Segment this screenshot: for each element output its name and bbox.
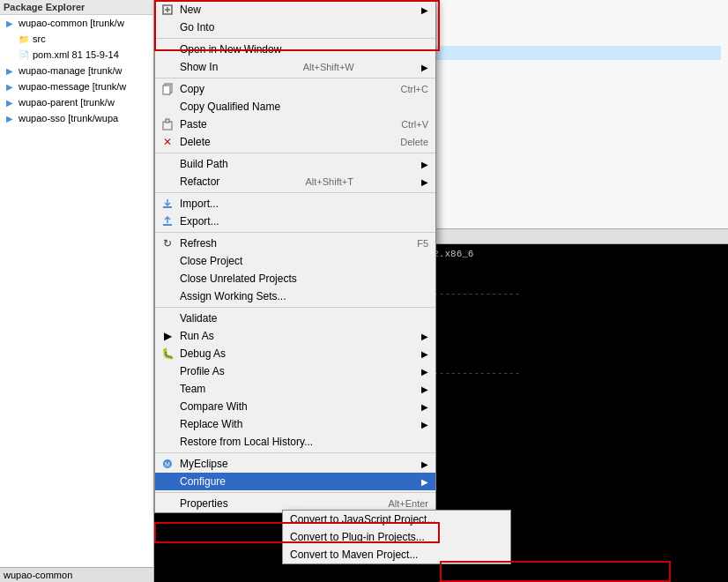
submenu-arrow-replace: ▶ — [421, 420, 428, 429]
submenu-item-convert-js-label: Convert to JavaScript Project... — [290, 513, 435, 526]
menu-item-delete-label: Delete — [180, 136, 211, 148]
myeclipse-icon: M — [159, 458, 176, 470]
menu-item-copy[interactable]: Copy Ctrl+C — [155, 80, 435, 98]
menu-item-run-as[interactable]: ▶ Run As ▶ — [155, 327, 435, 345]
project-icon-5: ▶ — [4, 112, 16, 124]
menu-item-go-into[interactable]: Go Into — [155, 19, 435, 36]
separator-3 — [155, 153, 435, 153]
menu-item-import-label: Import... — [180, 198, 219, 210]
bottom-project-label: wupao-common — [4, 570, 72, 580]
menu-item-compare-with-label: Compare With — [180, 400, 248, 413]
svg-rect-6 — [166, 119, 169, 123]
export-icon — [159, 215, 176, 228]
tree-item-message[interactable]: ▶ wupao-message [trunk/w — [0, 78, 153, 94]
submenu-item-convert-plugin[interactable]: Convert to Plug-in Projects... — [283, 528, 510, 546]
separator-4 — [155, 192, 435, 193]
menu-item-validate[interactable]: Validate — [155, 310, 435, 327]
menu-item-build-path[interactable]: Build Path ▶ — [155, 155, 435, 173]
shortcut-refresh: F5 — [399, 238, 428, 249]
svg-rect-8 — [163, 224, 172, 226]
menu-item-replace-with-label: Replace With — [180, 418, 242, 430]
menu-item-myeclipse[interactable]: M MyEclipse ▶ — [155, 455, 435, 473]
menu-item-replace-with[interactable]: Replace With ▶ — [155, 415, 435, 433]
tree-item-manage[interactable]: ▶ wupao-manage [trunk/w — [0, 63, 153, 78]
delete-icon: ✕ — [159, 136, 176, 148]
tree-item-sso[interactable]: ▶ wupao-sso [trunk/wupa — [0, 110, 153, 126]
menu-item-go-into-label: Go Into — [180, 21, 214, 34]
submenu-arrow-compare: ▶ — [421, 402, 428, 412]
tree-label: src — [33, 34, 46, 44]
shortcut-delete: Delete — [383, 137, 428, 147]
svg-rect-4 — [163, 86, 170, 94]
submenu-item-convert-js[interactable]: Convert to JavaScript Project... — [283, 511, 510, 528]
menu-item-paste[interactable]: Paste Ctrl+V — [155, 116, 435, 133]
menu-item-configure-label: Configure — [180, 475, 226, 488]
menu-item-team[interactable]: Team ▶ — [155, 380, 435, 398]
tree-label: wupao-parent [trunk/w — [19, 97, 115, 108]
menu-item-build-path-label: Build Path — [180, 158, 228, 170]
tree-item-pom[interactable]: 📄 pom.xml 81 15-9-14 — [0, 47, 153, 63]
refresh-icon: ↻ — [159, 237, 176, 250]
separator-7 — [155, 452, 435, 453]
menu-item-debug-as[interactable]: 🐛 Debug As ▶ — [155, 345, 435, 362]
menu-item-export[interactable]: Export... — [155, 213, 435, 230]
separator-5 — [155, 232, 435, 233]
separator-1 — [155, 38, 435, 39]
panel-title: Package Explorer — [0, 0, 153, 15]
menu-item-debug-as-label: Debug As — [180, 347, 226, 360]
submenu-arrow-build: ▶ — [421, 160, 428, 169]
shortcut-refactor: Alt+Shift+T — [287, 176, 353, 187]
shortcut-show-in: Alt+Shift+W — [286, 62, 354, 72]
menu-item-restore[interactable]: Restore from Local History... — [155, 433, 435, 451]
tree-label: wupao-common [trunk/w — [19, 18, 124, 28]
menu-item-show-in-label: Show In — [180, 61, 218, 73]
menu-item-delete[interactable]: ✕ Delete Delete — [155, 133, 435, 151]
menu-item-compare-with[interactable]: Compare With ▶ — [155, 398, 435, 415]
menu-item-myeclipse-label: MyEclipse — [180, 458, 228, 470]
separator-2 — [155, 78, 435, 78]
menu-item-import[interactable]: Import... — [155, 195, 435, 213]
menu-item-close-unrelated[interactable]: Close Unrelated Projects — [155, 270, 435, 287]
separator-6 — [155, 307, 435, 308]
project-icon-2: ▶ — [4, 64, 16, 77]
tree-item-wupao-common[interactable]: ▶ wupao-common [trunk/w — [0, 15, 153, 31]
tree-item-parent[interactable]: ▶ wupao-parent [trunk/w — [0, 94, 153, 110]
menu-item-profile-as[interactable]: Profile As ▶ — [155, 362, 435, 380]
menu-item-open-window[interactable]: Open in New Window — [155, 41, 435, 58]
submenu-item-convert-maven[interactable]: Convert to Maven Project... — [283, 546, 510, 563]
xml-icon: 📄 — [18, 48, 30, 61]
menu-item-refactor[interactable]: Refactor Alt+Shift+T ▶ — [155, 173, 435, 190]
ide-container: Package Explorer ▶ wupao-common [trunk/w… — [0, 0, 728, 582]
paste-icon — [159, 118, 176, 131]
menu-item-assign-working-label: Assign Working Sets... — [180, 290, 286, 302]
shortcut-paste: Ctrl+V — [383, 119, 428, 130]
svg-text:M: M — [165, 461, 170, 467]
menu-item-export-label: Export... — [180, 215, 219, 228]
copy-icon — [159, 83, 176, 95]
menu-item-close-project[interactable]: Close Project — [155, 252, 435, 270]
submenu-arrow-run: ▶ — [421, 332, 428, 341]
submenu-arrow-new: ▶ — [421, 5, 428, 15]
menu-item-profile-as-label: Profile As — [180, 365, 225, 377]
tree-item-src[interactable]: 📁 src — [0, 31, 153, 47]
menu-item-validate-label: Validate — [180, 312, 217, 325]
menu-item-restore-label: Restore from Local History... — [180, 436, 313, 448]
submenu-arrow-configure: ▶ — [421, 477, 428, 487]
menu-item-assign-working[interactable]: Assign Working Sets... — [155, 287, 435, 305]
submenu-item-convert-maven-label: Convert to Maven Project... — [290, 548, 418, 561]
menu-item-show-in[interactable]: Show In Alt+Shift+W ▶ — [155, 58, 435, 76]
menu-item-new[interactable]: New ▶ — [155, 1, 435, 19]
separator-8 — [155, 492, 435, 493]
tree-label: wupao-sso [trunk/wupa — [19, 113, 118, 123]
menu-item-open-window-label: Open in New Window — [180, 43, 281, 56]
menu-item-configure[interactable]: Configure ▶ — [155, 473, 435, 490]
submenu-item-convert-plugin-label: Convert to Plug-in Projects... — [290, 531, 425, 543]
submenu-arrow-myeclipse: ▶ — [421, 459, 428, 469]
menu-item-copy-qualified[interactable]: Copy Qualified Name — [155, 98, 435, 116]
menu-item-refresh[interactable]: ↻ Refresh F5 — [155, 235, 435, 252]
shortcut-copy: Ctrl+C — [383, 84, 428, 94]
new-icon — [159, 4, 176, 16]
menu-item-refactor-label: Refactor — [180, 175, 219, 188]
menu-item-paste-label: Paste — [180, 118, 207, 131]
menu-item-close-project-label: Close Project — [180, 255, 242, 267]
